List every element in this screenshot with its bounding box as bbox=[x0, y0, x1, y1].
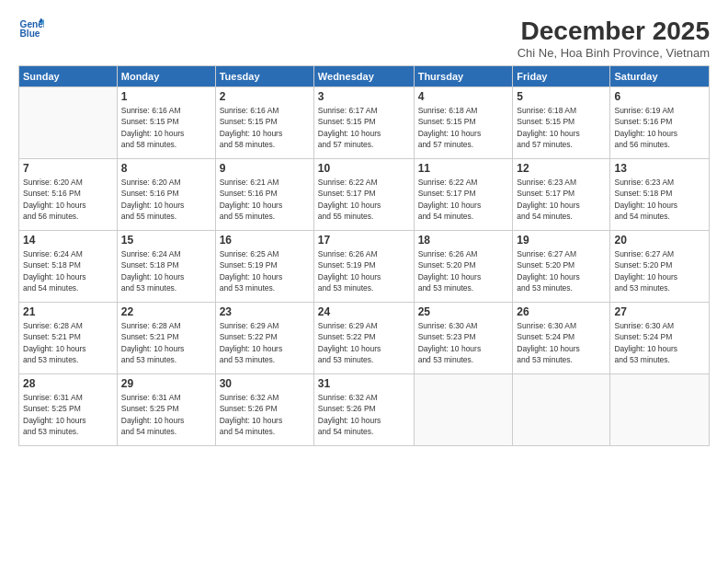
day-cell: 14Sunrise: 6:24 AMSunset: 5:18 PMDayligh… bbox=[19, 231, 118, 303]
day-number: 2 bbox=[220, 90, 310, 103]
calendar-table: SundayMondayTuesdayWednesdayThursdayFrid… bbox=[18, 65, 710, 446]
week-row-3: 21Sunrise: 6:28 AMSunset: 5:21 PMDayligh… bbox=[19, 303, 710, 374]
day-info: Sunrise: 6:22 AMSunset: 5:17 PMDaylight:… bbox=[418, 177, 509, 222]
header-day-monday: Monday bbox=[117, 66, 215, 87]
day-info: Sunrise: 6:32 AMSunset: 5:26 PMDaylight:… bbox=[318, 392, 410, 437]
day-info: Sunrise: 6:31 AMSunset: 5:25 PMDaylight:… bbox=[121, 392, 211, 437]
day-info: Sunrise: 6:29 AMSunset: 5:22 PMDaylight:… bbox=[318, 320, 410, 365]
day-cell: 25Sunrise: 6:30 AMSunset: 5:23 PMDayligh… bbox=[414, 303, 513, 374]
day-info: Sunrise: 6:30 AMSunset: 5:24 PMDaylight:… bbox=[517, 320, 606, 365]
header-day-friday: Friday bbox=[513, 66, 610, 87]
header-day-thursday: Thursday bbox=[414, 66, 513, 87]
day-number: 7 bbox=[23, 162, 113, 175]
day-cell: 5Sunrise: 6:18 AMSunset: 5:15 PMDaylight… bbox=[513, 87, 610, 159]
header-day-saturday: Saturday bbox=[610, 66, 710, 87]
day-cell: 11Sunrise: 6:22 AMSunset: 5:17 PMDayligh… bbox=[414, 159, 513, 231]
day-info: Sunrise: 6:30 AMSunset: 5:24 PMDaylight:… bbox=[614, 320, 705, 365]
day-number: 21 bbox=[23, 305, 113, 318]
day-number: 28 bbox=[23, 377, 113, 390]
day-number: 20 bbox=[614, 234, 705, 247]
day-number: 8 bbox=[121, 162, 211, 175]
day-cell: 24Sunrise: 6:29 AMSunset: 5:22 PMDayligh… bbox=[313, 303, 414, 374]
day-info: Sunrise: 6:20 AMSunset: 5:16 PMDaylight:… bbox=[121, 177, 211, 222]
day-info: Sunrise: 6:23 AMSunset: 5:17 PMDaylight:… bbox=[517, 177, 606, 222]
day-number: 6 bbox=[614, 90, 705, 103]
day-info: Sunrise: 6:27 AMSunset: 5:20 PMDaylight:… bbox=[517, 248, 606, 293]
day-cell: 18Sunrise: 6:26 AMSunset: 5:20 PMDayligh… bbox=[414, 231, 513, 303]
day-number: 31 bbox=[318, 377, 410, 390]
day-cell: 23Sunrise: 6:29 AMSunset: 5:22 PMDayligh… bbox=[215, 303, 313, 374]
header-row: SundayMondayTuesdayWednesdayThursdayFrid… bbox=[19, 66, 710, 87]
week-row-4: 28Sunrise: 6:31 AMSunset: 5:25 PMDayligh… bbox=[19, 374, 710, 446]
day-cell: 9Sunrise: 6:21 AMSunset: 5:16 PMDaylight… bbox=[215, 159, 313, 231]
day-number: 15 bbox=[121, 234, 211, 247]
day-cell: 31Sunrise: 6:32 AMSunset: 5:26 PMDayligh… bbox=[313, 374, 414, 446]
day-info: Sunrise: 6:24 AMSunset: 5:18 PMDaylight:… bbox=[121, 248, 211, 293]
day-number: 26 bbox=[517, 305, 606, 318]
day-info: Sunrise: 6:30 AMSunset: 5:23 PMDaylight:… bbox=[418, 320, 509, 365]
day-number: 22 bbox=[121, 305, 211, 318]
day-number: 30 bbox=[220, 377, 310, 390]
day-number: 11 bbox=[418, 162, 509, 175]
day-cell: 20Sunrise: 6:27 AMSunset: 5:20 PMDayligh… bbox=[610, 231, 710, 303]
week-row-0: 1Sunrise: 6:16 AMSunset: 5:15 PMDaylight… bbox=[19, 87, 710, 159]
day-cell: 28Sunrise: 6:31 AMSunset: 5:25 PMDayligh… bbox=[19, 374, 118, 446]
day-number: 23 bbox=[220, 305, 310, 318]
day-info: Sunrise: 6:27 AMSunset: 5:20 PMDaylight:… bbox=[614, 248, 705, 293]
day-cell: 10Sunrise: 6:22 AMSunset: 5:17 PMDayligh… bbox=[313, 159, 414, 231]
day-cell: 7Sunrise: 6:20 AMSunset: 5:16 PMDaylight… bbox=[19, 159, 118, 231]
day-info: Sunrise: 6:29 AMSunset: 5:22 PMDaylight:… bbox=[220, 320, 310, 365]
day-number: 29 bbox=[121, 377, 211, 390]
day-cell: 19Sunrise: 6:27 AMSunset: 5:20 PMDayligh… bbox=[513, 231, 610, 303]
day-info: Sunrise: 6:20 AMSunset: 5:16 PMDaylight:… bbox=[23, 177, 113, 222]
day-cell: 12Sunrise: 6:23 AMSunset: 5:17 PMDayligh… bbox=[513, 159, 610, 231]
day-cell: 27Sunrise: 6:30 AMSunset: 5:24 PMDayligh… bbox=[610, 303, 710, 374]
day-cell bbox=[19, 87, 118, 159]
day-cell: 1Sunrise: 6:16 AMSunset: 5:15 PMDaylight… bbox=[117, 87, 215, 159]
day-info: Sunrise: 6:18 AMSunset: 5:15 PMDaylight:… bbox=[418, 105, 509, 150]
day-number: 27 bbox=[614, 305, 705, 318]
day-cell: 6Sunrise: 6:19 AMSunset: 5:16 PMDaylight… bbox=[610, 87, 710, 159]
logo-icon: General Blue bbox=[18, 17, 44, 42]
day-cell: 17Sunrise: 6:26 AMSunset: 5:19 PMDayligh… bbox=[313, 231, 414, 303]
day-number: 24 bbox=[318, 305, 410, 318]
day-number: 12 bbox=[517, 162, 606, 175]
day-info: Sunrise: 6:28 AMSunset: 5:21 PMDaylight:… bbox=[23, 320, 113, 365]
day-cell: 2Sunrise: 6:16 AMSunset: 5:15 PMDaylight… bbox=[215, 87, 313, 159]
subtitle: Chi Ne, Hoa Binh Province, Vietnam bbox=[518, 46, 710, 60]
day-info: Sunrise: 6:19 AMSunset: 5:16 PMDaylight:… bbox=[614, 105, 705, 150]
day-cell: 30Sunrise: 6:32 AMSunset: 5:26 PMDayligh… bbox=[215, 374, 313, 446]
day-info: Sunrise: 6:31 AMSunset: 5:25 PMDaylight:… bbox=[23, 392, 113, 437]
day-cell: 22Sunrise: 6:28 AMSunset: 5:21 PMDayligh… bbox=[117, 303, 215, 374]
day-number: 4 bbox=[418, 90, 509, 103]
header-day-tuesday: Tuesday bbox=[215, 66, 313, 87]
day-cell: 8Sunrise: 6:20 AMSunset: 5:16 PMDaylight… bbox=[117, 159, 215, 231]
day-info: Sunrise: 6:26 AMSunset: 5:20 PMDaylight:… bbox=[418, 248, 509, 293]
day-number: 19 bbox=[517, 234, 606, 247]
day-cell: 16Sunrise: 6:25 AMSunset: 5:19 PMDayligh… bbox=[215, 231, 313, 303]
day-number: 3 bbox=[318, 90, 410, 103]
logo: General Blue bbox=[18, 17, 44, 42]
day-info: Sunrise: 6:22 AMSunset: 5:17 PMDaylight:… bbox=[318, 177, 410, 222]
day-cell: 3Sunrise: 6:17 AMSunset: 5:15 PMDaylight… bbox=[313, 87, 414, 159]
page: General Blue December 2025 Chi Ne, Hoa B… bbox=[0, 0, 728, 563]
day-info: Sunrise: 6:24 AMSunset: 5:18 PMDaylight:… bbox=[23, 248, 113, 293]
day-info: Sunrise: 6:25 AMSunset: 5:19 PMDaylight:… bbox=[220, 248, 310, 293]
title-area: December 2025 Chi Ne, Hoa Binh Province,… bbox=[518, 17, 710, 60]
week-row-2: 14Sunrise: 6:24 AMSunset: 5:18 PMDayligh… bbox=[19, 231, 710, 303]
day-info: Sunrise: 6:16 AMSunset: 5:15 PMDaylight:… bbox=[121, 105, 211, 150]
month-title: December 2025 bbox=[518, 17, 710, 46]
day-info: Sunrise: 6:23 AMSunset: 5:18 PMDaylight:… bbox=[614, 177, 705, 222]
day-cell bbox=[610, 374, 710, 446]
day-number: 1 bbox=[121, 90, 211, 103]
day-number: 17 bbox=[318, 234, 410, 247]
day-info: Sunrise: 6:21 AMSunset: 5:16 PMDaylight:… bbox=[220, 177, 310, 222]
header: General Blue December 2025 Chi Ne, Hoa B… bbox=[18, 17, 710, 60]
day-number: 5 bbox=[517, 90, 606, 103]
day-cell: 13Sunrise: 6:23 AMSunset: 5:18 PMDayligh… bbox=[610, 159, 710, 231]
day-number: 25 bbox=[418, 305, 509, 318]
header-day-sunday: Sunday bbox=[19, 66, 118, 87]
day-number: 14 bbox=[23, 234, 113, 247]
day-cell bbox=[513, 374, 610, 446]
day-info: Sunrise: 6:28 AMSunset: 5:21 PMDaylight:… bbox=[121, 320, 211, 365]
